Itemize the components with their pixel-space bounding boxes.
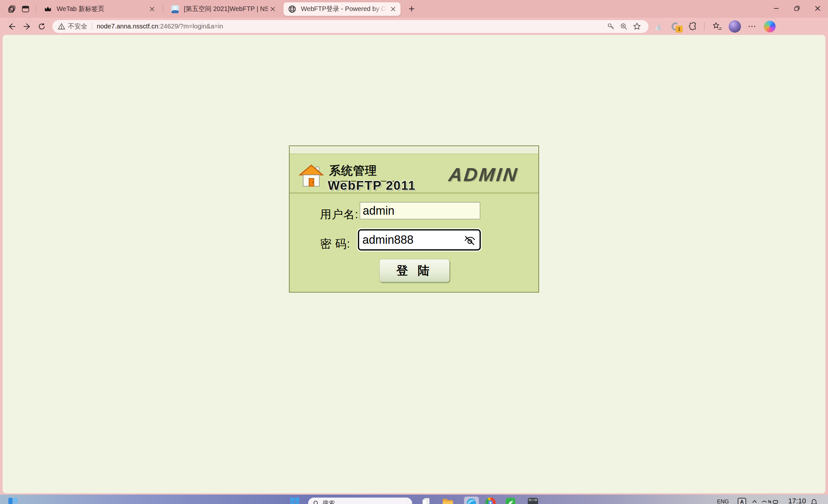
- chrome-icon[interactable]: [485, 498, 496, 504]
- tab-webftp-login[interactable]: WebFTP登录 - Powered by OSDU: [283, 2, 401, 16]
- taskbar-search[interactable]: 搜索: [308, 498, 412, 504]
- address-separator: [92, 23, 92, 30]
- username-value: admin: [363, 204, 395, 218]
- url-path: :24629/?m=login&a=in: [158, 22, 223, 30]
- refresh-button[interactable]: [34, 19, 49, 34]
- username-input[interactable]: admin: [360, 202, 480, 219]
- security-label: 不安全: [68, 22, 87, 31]
- green-app-icon[interactable]: [505, 498, 516, 504]
- hidden-icons-chevron[interactable]: [751, 499, 758, 504]
- search-icon: [313, 500, 319, 504]
- favorite-star-icon[interactable]: [630, 21, 643, 32]
- zoom-page-icon[interactable]: [617, 21, 630, 32]
- task-view-icon[interactable]: [421, 498, 431, 504]
- tab-wetab[interactable]: WeTab 新标签页: [39, 2, 160, 16]
- tab-separator: [36, 5, 36, 13]
- login-panel: 系统管理 WebFTP 2011 ADMIN 用户名: admin 密 码: a…: [289, 145, 539, 292]
- logo-header: 系统管理 WebFTP 2011 ADMIN: [290, 154, 538, 193]
- system-tray-icons[interactable]: [761, 499, 779, 504]
- taskbar-clock[interactable]: 17:10: [788, 497, 806, 504]
- tab-close-icon[interactable]: [268, 4, 278, 14]
- workspaces-icon[interactable]: [5, 3, 19, 15]
- home-icon: [299, 164, 324, 187]
- ime-indicator[interactable]: A: [738, 498, 746, 504]
- rewards-badge: 1: [675, 26, 683, 33]
- avatar: [729, 20, 741, 33]
- not-secure-icon: [57, 22, 66, 31]
- screen: WeTab 新标签页 [第五空间 2021]WebFTP | NSSCTF: [0, 0, 828, 504]
- file-explorer-icon[interactable]: [442, 498, 454, 504]
- window-controls: [766, 0, 828, 17]
- nssctf-favicon: [170, 4, 180, 14]
- login-button[interactable]: 登 陆: [379, 259, 450, 282]
- dark-app-icon[interactable]: [527, 498, 538, 504]
- rewards-icon[interactable]: 1: [668, 19, 684, 34]
- password-label: 密 码:: [320, 236, 350, 251]
- tab-separator: [163, 5, 163, 13]
- extension-mountain-icon[interactable]: [650, 19, 666, 34]
- copilot-icon[interactable]: [762, 19, 778, 34]
- favorites-bar-icon[interactable]: [710, 19, 725, 34]
- url-host: node7.anna.nssctf.cn: [97, 22, 158, 30]
- address-bar[interactable]: 不安全 node7.anna.nssctf.cn :24629/?m=login…: [52, 20, 649, 33]
- browser-toolbar: 不安全 node7.anna.nssctf.cn :24629/?m=login…: [0, 18, 828, 35]
- web-content: 系统管理 WebFTP 2011 ADMIN 用户名: admin 密 码: a…: [3, 35, 825, 493]
- tab-nssctf[interactable]: [第五空间 2021]WebFTP | NSSCTF: [166, 2, 280, 16]
- admin-brand: ADMIN: [448, 164, 519, 185]
- profile-avatar[interactable]: [727, 19, 743, 34]
- widgets-icon[interactable]: [8, 497, 18, 504]
- taskbar: 搜索: [0, 495, 828, 504]
- settings-more-icon[interactable]: ⋯: [745, 19, 760, 34]
- globe-favicon-icon: [287, 4, 297, 14]
- language-indicator[interactable]: ENG: [717, 499, 729, 504]
- restore-button[interactable]: [787, 0, 807, 17]
- toolbar-separator: [704, 22, 704, 31]
- password-key-icon[interactable]: [605, 21, 617, 32]
- tab-close-icon[interactable]: [147, 4, 157, 14]
- product-title: WebFTP 2011: [328, 178, 416, 193]
- panel-top-strip: [290, 146, 538, 154]
- tab-title: [第五空间 2021]WebFTP | NSSCTF: [184, 4, 268, 13]
- tab-title: WebFTP登录 - Powered by OSDU: [301, 4, 388, 13]
- start-button[interactable]: [290, 497, 300, 504]
- new-tab-button[interactable]: +: [405, 3, 419, 15]
- password-reveal-eye-off-icon[interactable]: [463, 233, 476, 247]
- forward-button[interactable]: [19, 19, 34, 34]
- vertical-tabs-icon[interactable]: [19, 3, 32, 15]
- minimize-button[interactable]: [766, 0, 787, 17]
- extensions-puzzle-icon[interactable]: [685, 19, 701, 34]
- search-placeholder: 搜索: [323, 499, 335, 504]
- close-window-button[interactable]: [807, 0, 828, 17]
- browser-window: WeTab 新标签页 [第五空间 2021]WebFTP | NSSCTF: [0, 0, 828, 495]
- password-value: admin888: [362, 233, 463, 247]
- tab-close-icon[interactable]: [388, 4, 398, 14]
- tab-strip: WeTab 新标签页 [第五空间 2021]WebFTP | NSSCTF: [0, 0, 828, 18]
- notification-bell-icon[interactable]: [810, 498, 818, 504]
- username-label: 用户名:: [320, 207, 359, 222]
- password-input[interactable]: admin888: [358, 229, 481, 250]
- wetab-favicon-icon: [43, 4, 53, 14]
- tab-title: WeTab 新标签页: [57, 4, 147, 13]
- active-app-highlight[interactable]: [464, 497, 479, 504]
- back-button[interactable]: [4, 19, 19, 34]
